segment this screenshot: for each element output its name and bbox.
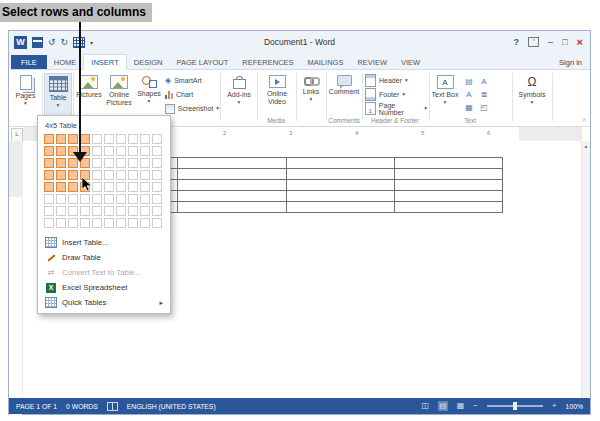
grid-cell[interactable]	[140, 158, 150, 168]
tab-file[interactable]: FILE	[11, 55, 47, 69]
zoom-out-button[interactable]: −	[473, 402, 478, 410]
qat-customize-icon[interactable]: ▾	[90, 39, 93, 46]
grid-cell[interactable]	[80, 134, 90, 144]
grid-cell[interactable]	[92, 182, 102, 192]
grid-cell[interactable]	[80, 206, 90, 216]
zoom-slider-thumb[interactable]	[513, 402, 517, 410]
grid-cell[interactable]	[104, 146, 114, 156]
tab-mailings[interactable]: MAILINGS	[301, 55, 351, 69]
zoom-in-button[interactable]: +	[552, 402, 557, 410]
save-icon[interactable]	[32, 37, 43, 48]
grid-cell[interactable]	[128, 206, 138, 216]
footer-button[interactable]: Footer ▾	[365, 89, 427, 100]
tab-view[interactable]: VIEW	[394, 55, 427, 69]
grid-cell[interactable]	[68, 134, 78, 144]
grid-cell[interactable]	[92, 146, 102, 156]
grid-cell[interactable]	[80, 194, 90, 204]
grid-cell[interactable]	[152, 158, 162, 168]
grid-cell[interactable]	[128, 218, 138, 228]
print-layout-icon[interactable]: ▤	[438, 401, 448, 411]
web-layout-icon[interactable]: ▦	[457, 402, 465, 410]
grid-cell[interactable]	[92, 218, 102, 228]
table-cell[interactable]	[286, 180, 394, 191]
tab-selector[interactable]: L	[11, 128, 23, 142]
table-cell[interactable]	[394, 191, 502, 202]
grid-cell[interactable]	[68, 182, 78, 192]
grid-cell[interactable]	[104, 182, 114, 192]
grid-cell[interactable]	[44, 194, 54, 204]
menu-item-draw-table[interactable]: Draw Table	[38, 250, 170, 265]
word-count[interactable]: 0 WORDS	[66, 403, 98, 410]
symbols-button[interactable]: Ω Symbols ▾	[515, 73, 549, 117]
quick-parts-icon[interactable]: ▤	[462, 76, 476, 88]
grid-cell[interactable]	[80, 218, 90, 228]
grid-cell[interactable]	[56, 158, 66, 168]
grid-cell[interactable]	[116, 158, 126, 168]
grid-cell[interactable]	[116, 170, 126, 180]
close-button[interactable]: ×	[577, 37, 583, 48]
wordart-icon[interactable]: A	[477, 76, 491, 88]
grid-cell[interactable]	[140, 194, 150, 204]
grid-cell[interactable]	[68, 194, 78, 204]
pages-button[interactable]: Pages ▾	[10, 73, 41, 117]
table-cell[interactable]	[286, 191, 394, 202]
scroll-up-icon[interactable]: ▲	[582, 143, 590, 149]
grid-cell[interactable]	[44, 206, 54, 216]
links-button[interactable]: Links ▾	[298, 73, 324, 117]
grid-cell[interactable]	[56, 170, 66, 180]
grid-cell[interactable]	[92, 158, 102, 168]
smartart-button[interactable]: ◈ SmartArt	[165, 75, 219, 86]
grid-cell[interactable]	[104, 194, 114, 204]
restore-button[interactable]: □	[562, 38, 567, 47]
proofing-icon[interactable]	[107, 402, 118, 411]
table-cell[interactable]	[178, 191, 286, 202]
table-cell[interactable]	[394, 169, 502, 180]
tab-insert[interactable]: INSERT	[83, 54, 126, 70]
language-indicator[interactable]: ENGLISH (UNITED STATES)	[127, 403, 216, 410]
grid-cell[interactable]	[116, 182, 126, 192]
grid-cell[interactable]	[92, 170, 102, 180]
shapes-button[interactable]: Shapes ▾	[135, 73, 163, 117]
chart-button[interactable]: Chart	[165, 89, 219, 100]
zoom-level[interactable]: 100%	[566, 403, 583, 410]
online-video-button[interactable]: Online Video	[260, 73, 294, 117]
grid-cell[interactable]	[140, 206, 150, 216]
table-cell[interactable]	[286, 158, 394, 169]
grid-cell[interactable]	[104, 206, 114, 216]
grid-cell[interactable]	[44, 170, 54, 180]
read-mode-icon[interactable]: ◫	[422, 402, 430, 410]
grid-cell[interactable]	[44, 134, 54, 144]
minimize-button[interactable]: –	[548, 38, 553, 47]
grid-cell[interactable]	[152, 194, 162, 204]
ribbon-display-options-icon[interactable]: ^	[528, 37, 539, 47]
grid-cell[interactable]	[104, 158, 114, 168]
signature-line-icon[interactable]: ≣	[477, 89, 491, 101]
table-cell[interactable]	[178, 202, 286, 213]
grid-cell[interactable]	[44, 218, 54, 228]
vertical-scrollbar[interactable]: ▲	[581, 141, 590, 398]
grid-cell[interactable]	[68, 170, 78, 180]
grid-cell[interactable]	[140, 134, 150, 144]
date-time-icon[interactable]: ▦	[462, 102, 476, 114]
tab-design[interactable]: DESIGN	[127, 55, 170, 69]
table-cell[interactable]	[394, 158, 502, 169]
tab-references[interactable]: REFERENCES	[235, 55, 300, 69]
grid-cell[interactable]	[104, 134, 114, 144]
grid-cell[interactable]	[68, 206, 78, 216]
grid-cell[interactable]	[128, 170, 138, 180]
grid-cell[interactable]	[116, 194, 126, 204]
grid-cell[interactable]	[152, 134, 162, 144]
object-icon[interactable]: ◰	[477, 102, 491, 114]
grid-cell[interactable]	[152, 206, 162, 216]
grid-cell[interactable]	[128, 146, 138, 156]
screenshot-button[interactable]: Screenshot ▾	[165, 103, 219, 114]
drop-cap-icon[interactable]: A	[462, 89, 476, 101]
grid-cell[interactable]	[128, 158, 138, 168]
table-cell[interactable]	[178, 169, 286, 180]
zoom-slider[interactable]	[487, 405, 543, 407]
grid-cell[interactable]	[152, 170, 162, 180]
grid-cell[interactable]	[56, 182, 66, 192]
collapse-ribbon-icon[interactable]: ^	[583, 117, 586, 124]
header-button[interactable]: Header ▾	[365, 75, 427, 86]
vertical-ruler[interactable]	[9, 141, 24, 398]
